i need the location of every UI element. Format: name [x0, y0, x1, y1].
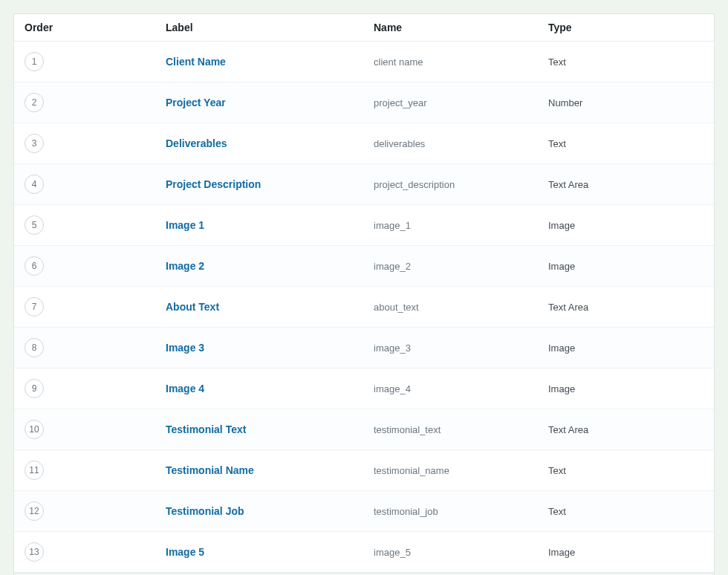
field-label-link[interactable]: Project Year	[166, 97, 226, 108]
order-handle[interactable]: 1	[25, 52, 44, 71]
field-label-link[interactable]: Deliverables	[166, 137, 227, 149]
header-order: Order	[25, 22, 166, 33]
field-type: Text	[548, 506, 566, 517]
order-handle[interactable]: 8	[25, 338, 44, 357]
field-type: Image	[548, 342, 575, 354]
field-type: Number	[548, 97, 582, 108]
field-name: image_3	[374, 342, 411, 354]
field-type: Text	[548, 138, 566, 149]
field-name: image_2	[374, 261, 411, 272]
table-row[interactable]: 5 Image 1 image_1 Image	[14, 205, 714, 246]
field-type: Image	[548, 547, 575, 558]
field-name: project_year	[374, 97, 427, 108]
order-handle[interactable]: 11	[25, 461, 44, 480]
field-label-link[interactable]: Project Description	[166, 178, 261, 190]
field-name: deliverables	[374, 138, 425, 149]
order-handle[interactable]: 12	[25, 501, 44, 521]
table-row[interactable]: 13 Image 5 image_5 Image	[14, 532, 714, 573]
order-handle[interactable]: 9	[25, 379, 44, 398]
field-name: image_1	[374, 220, 411, 231]
table-header: Order Label Name Type	[14, 14, 714, 42]
order-handle[interactable]: 2	[25, 93, 44, 112]
field-type: Text Area	[548, 179, 588, 190]
field-type: Text Area	[548, 302, 588, 313]
table-row[interactable]: 10 Testimonial Text testimonial_text Tex…	[14, 409, 714, 450]
field-label-link[interactable]: Client Name	[166, 56, 226, 68]
field-name: testimonial_job	[374, 506, 438, 517]
field-name: image_5	[374, 547, 411, 558]
header-name: Name	[374, 22, 548, 33]
field-name: about_text	[374, 302, 419, 313]
order-handle[interactable]: 5	[25, 215, 44, 235]
field-label-link[interactable]: Testimonial Text	[166, 423, 246, 435]
table-row[interactable]: 7 About Text about_text Text Area	[14, 287, 714, 328]
table-row[interactable]: 4 Project Description project_descriptio…	[14, 164, 714, 205]
order-handle[interactable]: 13	[25, 542, 44, 562]
table-row[interactable]: 1 Client Name client name Text	[14, 42, 714, 82]
field-name: project_description	[374, 179, 455, 190]
order-handle[interactable]: 7	[25, 297, 44, 316]
field-type: Text	[548, 465, 566, 476]
field-name: client name	[374, 56, 423, 68]
table-row[interactable]: 2 Project Year project_year Number	[14, 82, 714, 123]
table-row[interactable]: 3 Deliverables deliverables Text	[14, 123, 714, 164]
field-label-link[interactable]: About Text	[166, 301, 219, 313]
header-label: Label	[166, 22, 374, 33]
order-handle[interactable]: 10	[25, 420, 44, 439]
field-name: image_4	[374, 383, 411, 394]
table-row[interactable]: 9 Image 4 image_4 Image	[14, 368, 714, 409]
field-name: testimonial_name	[374, 465, 449, 476]
field-label-link[interactable]: Image 4	[166, 383, 204, 394]
table-row[interactable]: 6 Image 2 image_2 Image	[14, 246, 714, 287]
field-label-link[interactable]: Image 3	[166, 342, 204, 354]
field-label-link[interactable]: Testimonial Job	[166, 505, 244, 517]
field-type: Text	[548, 56, 566, 68]
field-name: testimonial_text	[374, 424, 441, 435]
field-type: Image	[548, 383, 575, 394]
table-row[interactable]: 11 Testimonial Name testimonial_name Tex…	[14, 450, 714, 491]
table-row[interactable]: 8 Image 3 image_3 Image	[14, 328, 714, 368]
table-row[interactable]: 12 Testimonial Job testimonial_job Text	[14, 491, 714, 532]
field-label-link[interactable]: Image 1	[166, 219, 204, 231]
fields-panel: Order Label Name Type 1 Client Name clie…	[13, 13, 715, 575]
field-type: Image	[548, 220, 575, 231]
field-type: Image	[548, 261, 575, 272]
field-label-link[interactable]: Testimonial Name	[166, 464, 254, 476]
order-handle[interactable]: 6	[25, 256, 44, 276]
order-handle[interactable]: 4	[25, 175, 44, 194]
order-handle[interactable]: 3	[25, 134, 44, 153]
header-type: Type	[548, 22, 703, 33]
field-label-link[interactable]: Image 2	[166, 260, 204, 272]
field-label-link[interactable]: Image 5	[166, 546, 204, 558]
field-type: Text Area	[548, 424, 588, 435]
rows-container: 1 Client Name client name Text 2 Project…	[14, 42, 714, 573]
